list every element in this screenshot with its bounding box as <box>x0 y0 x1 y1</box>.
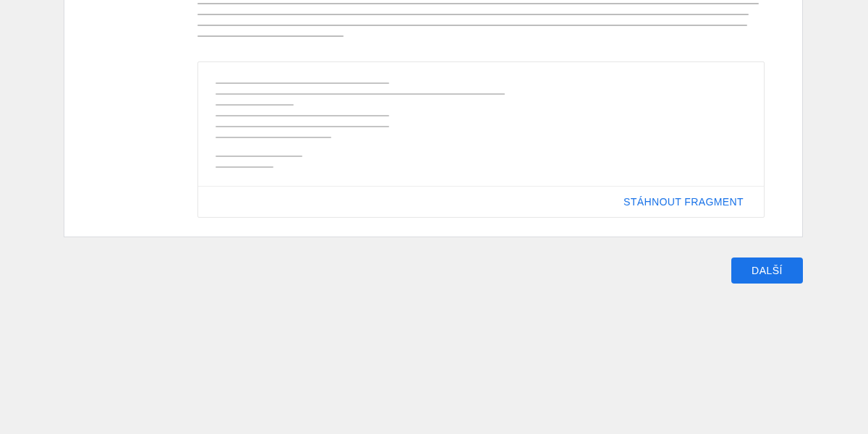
code-snippet-box: STÁHNOUT FRAGMENT <box>197 61 765 218</box>
code-body <box>198 62 764 186</box>
paragraph-placeholder <box>197 0 759 37</box>
next-button[interactable]: DALŠÍ <box>731 258 803 284</box>
code-placeholder-line <box>216 166 273 168</box>
code-footer: STÁHNOUT FRAGMENT <box>198 186 764 217</box>
placeholder-line <box>197 25 747 26</box>
code-placeholder-line <box>216 156 302 157</box>
content-area: STÁHNOUT FRAGMENT <box>64 0 802 218</box>
code-placeholder-line <box>216 93 505 95</box>
code-placeholder-line <box>216 137 331 138</box>
action-row: DALŠÍ <box>0 258 803 284</box>
code-placeholder-line <box>216 126 389 127</box>
placeholder-line <box>197 3 759 4</box>
content-card: STÁHNOUT FRAGMENT <box>64 0 803 237</box>
code-placeholder-line <box>216 115 389 116</box>
code-placeholder-line <box>216 104 294 106</box>
placeholder-line <box>197 35 344 37</box>
placeholder-line <box>197 14 749 15</box>
download-snippet-button[interactable]: STÁHNOUT FRAGMENT <box>624 196 744 208</box>
code-placeholder-line <box>216 82 389 84</box>
